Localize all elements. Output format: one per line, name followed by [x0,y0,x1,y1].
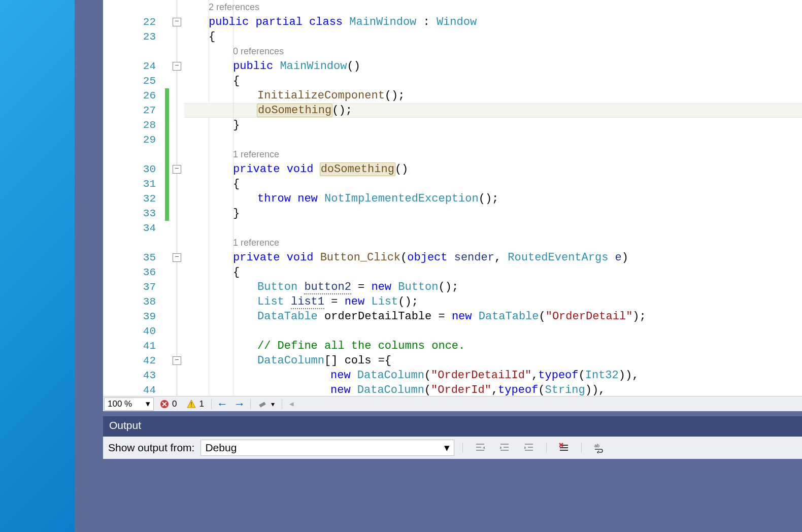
error-icon [160,400,169,409]
output-source-value: Debug [205,442,237,454]
indent-right-icon[interactable] [495,439,514,457]
eraser-icon [258,399,268,409]
code-editor[interactable]: 2223 242526272829 3031323334 35363738394… [103,0,802,396]
code-line[interactable]: new DataColumn("OrderDetailId",typeof(In… [184,368,802,383]
code-line[interactable] [184,221,802,236]
line-number: 28 [103,118,165,132]
line-number: 26 [103,88,165,103]
fold-toggle[interactable]: − [173,253,181,262]
code-line[interactable]: DataTable orderDetailTable = new DataTab… [184,309,802,324]
svg-text:ab: ab [594,443,599,448]
line-number: 23 [103,29,165,44]
code-line[interactable]: } [184,118,802,132]
codelens-link[interactable]: 2 references [184,0,802,15]
chevron-down-icon: ▾ [444,442,450,454]
code-line[interactable]: private void doSomething() [184,162,802,177]
word-wrap-icon[interactable]: ab [590,439,608,457]
clear-all-icon[interactable] [555,439,573,457]
scroll-left-button[interactable]: ◂ [284,396,299,411]
fold-toggle[interactable]: − [173,356,181,365]
code-text-area[interactable]: 2 referencespublic partial class MainWin… [184,0,802,396]
nav-back-button[interactable]: ← [214,396,231,412]
line-number: 22 [103,15,165,29]
change-marker [165,88,169,221]
line-number: 41 [103,339,165,353]
code-line[interactable] [184,324,802,339]
output-source-combo[interactable]: Debug ▾ [201,440,454,456]
line-number: 32 [103,191,165,206]
ide-window: 2223 242526272829 3031323334 35363738394… [75,0,802,532]
fold-toggle[interactable]: − [173,62,181,71]
line-number: 44 [103,383,165,397]
fold-toggle[interactable]: − [173,18,181,26]
error-count-value: 0 [172,399,177,409]
editor-status-bar: 100 % ▾ 0 ! 1 ← → ▾ ◂ [103,396,802,411]
line-number: 43 [103,368,165,383]
desktop-background [0,0,75,532]
outlining-margin[interactable]: −−−−− [171,0,183,396]
warning-icon: ! [187,400,196,409]
code-line[interactable]: doSomething(); [184,103,802,118]
chevron-down-icon: ▾ [146,398,150,409]
line-number: 33 [103,206,165,221]
code-line[interactable] [184,132,802,147]
codelens-link[interactable]: 1 reference [184,236,802,250]
line-number: 24 [103,59,165,74]
code-line[interactable]: public partial class MainWindow : Window [184,15,802,29]
zoom-combo[interactable]: 100 % ▾ [104,397,154,411]
code-line[interactable]: } [184,206,802,221]
line-number: 40 [103,324,165,339]
code-line[interactable]: public MainWindow() [184,59,802,74]
code-line[interactable]: throw new NotImplementedException(); [184,191,802,206]
code-line[interactable]: List list1 = new List(); [184,294,802,309]
warning-count[interactable]: ! 1 [182,396,209,411]
line-number: 42 [103,353,165,368]
zoom-value: 100 % [108,399,132,409]
line-number: 35 [103,250,165,265]
line-number: 31 [103,177,165,191]
error-count[interactable]: 0 [155,396,182,411]
line-number: 27 [103,103,165,118]
code-line[interactable]: // Define all the columns once. [184,339,802,353]
code-line[interactable]: { [184,29,802,44]
code-line[interactable]: private void Button_Click(object sender,… [184,250,802,265]
output-panel-header[interactable]: Output [103,416,802,437]
code-line[interactable]: { [184,74,802,88]
line-number: 36 [103,265,165,280]
nav-forward-button[interactable]: → [231,396,248,412]
svg-text:!: ! [191,401,192,408]
output-source-label: Show output from: [108,442,194,454]
change-indicator-bar [165,0,170,396]
fold-toggle[interactable]: − [173,165,181,174]
codelens-link[interactable]: 1 reference [184,147,802,162]
indent-left-icon[interactable] [471,439,489,457]
code-line[interactable]: InitializeComponent(); [184,88,802,103]
code-line[interactable]: Button button2 = new Button(); [184,280,802,294]
output-panel-title: Output [109,419,141,431]
track-changes-toggle[interactable]: ▾ [253,396,280,411]
codelens-link[interactable]: 0 references [184,44,802,59]
chevron-down-icon: ▾ [271,400,275,408]
svg-rect-2 [259,402,265,407]
line-number: 25 [103,74,165,88]
line-number: 29 [103,132,165,147]
line-number-gutter: 2223 242526272829 3031323334 35363738394… [103,0,165,396]
indent-right-icon-2[interactable] [520,439,538,457]
line-number: 30 [103,162,165,177]
line-number: 38 [103,294,165,309]
line-number: 34 [103,221,165,236]
warning-count-value: 1 [199,399,204,409]
code-line[interactable]: { [184,265,802,280]
output-toolbar: Show output from: Debug ▾ ab [103,437,802,459]
code-line[interactable]: new DataColumn("OrderId",typeof(String))… [184,383,802,397]
code-line[interactable]: { [184,177,802,191]
line-number: 37 [103,280,165,294]
line-number: 39 [103,309,165,324]
code-line[interactable]: DataColumn[] cols ={ [184,353,802,368]
